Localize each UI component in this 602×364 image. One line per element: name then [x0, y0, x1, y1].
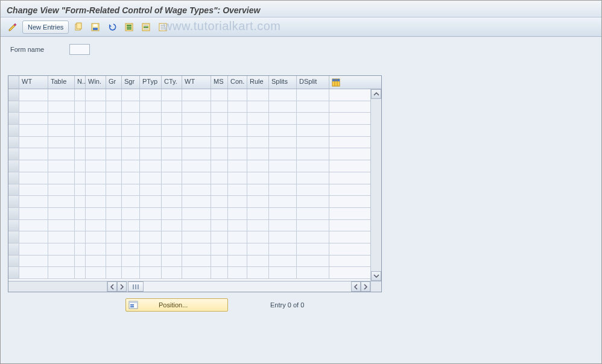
grid-cell[interactable]: [162, 172, 182, 184]
grid-cell[interactable]: [297, 172, 329, 184]
grid-cell[interactable]: [162, 137, 182, 148]
grid-cell[interactable]: [162, 125, 182, 136]
row-selector[interactable]: [8, 220, 19, 231]
grid-cell[interactable]: [211, 160, 228, 172]
grid-cell[interactable]: [269, 160, 297, 172]
grid-cell[interactable]: [75, 267, 86, 278]
grid-cell[interactable]: [75, 196, 86, 207]
grid-cell[interactable]: [297, 113, 329, 124]
row-selector[interactable]: [8, 89, 19, 101]
grid-cell[interactable]: [297, 160, 329, 172]
grid-cell[interactable]: [162, 160, 182, 172]
grid-cell[interactable]: [48, 256, 75, 267]
grid-cell[interactable]: [297, 256, 329, 267]
grid-cell[interactable]: [182, 220, 211, 231]
grid-cell[interactable]: [86, 101, 106, 113]
grid-cell[interactable]: [75, 231, 86, 243]
grid-cell[interactable]: [247, 208, 269, 219]
grid-cell[interactable]: [162, 196, 182, 207]
grid-cell[interactable]: [162, 148, 182, 160]
grid-cell[interactable]: [297, 243, 329, 255]
col-rule[interactable]: Rule: [247, 76, 269, 89]
grid-cell[interactable]: [19, 231, 48, 243]
grid-cell[interactable]: [140, 148, 162, 160]
grid-cell[interactable]: [122, 137, 140, 148]
col-ptyp[interactable]: PTyp: [140, 76, 162, 89]
scroll-up-button[interactable]: [371, 89, 381, 99]
grid-cell[interactable]: [211, 196, 228, 207]
form-name-input[interactable]: [69, 44, 90, 55]
deselect-all-button[interactable]: [156, 20, 170, 34]
grid-cell[interactable]: [297, 196, 329, 207]
grid-cell[interactable]: [162, 220, 182, 231]
grid-cell[interactable]: [86, 184, 106, 196]
grid-cell[interactable]: [297, 220, 329, 231]
grid-cell[interactable]: [106, 196, 122, 207]
grid-cell[interactable]: [269, 148, 297, 160]
grid-cell[interactable]: [106, 137, 122, 148]
grid-cell[interactable]: [48, 267, 75, 278]
grid-cell[interactable]: [75, 220, 86, 231]
grid-cell[interactable]: [48, 243, 75, 255]
grid-cell[interactable]: [106, 267, 122, 278]
grid-cell[interactable]: [140, 113, 162, 124]
grid-cell[interactable]: [228, 184, 247, 196]
col-cty[interactable]: CTy.: [162, 76, 182, 89]
grid-cell[interactable]: [19, 101, 48, 113]
grid-cell[interactable]: [75, 160, 86, 172]
col-table[interactable]: Table: [48, 76, 75, 89]
grid-cell[interactable]: [75, 184, 86, 196]
scroll-down-button[interactable]: [371, 271, 381, 281]
grid-cell[interactable]: [106, 101, 122, 113]
grid-cell[interactable]: [106, 125, 122, 136]
grid-cell[interactable]: [182, 231, 211, 243]
grid-cell[interactable]: [228, 89, 247, 101]
grid-cell[interactable]: [86, 113, 106, 124]
grid-cell[interactable]: [228, 101, 247, 113]
grid-cell[interactable]: [19, 184, 48, 196]
grid-cell[interactable]: [228, 125, 247, 136]
grid-cell[interactable]: [19, 267, 48, 278]
row-selector[interactable]: [8, 160, 19, 172]
grid-cell[interactable]: [211, 243, 228, 255]
grid-cell[interactable]: [122, 231, 140, 243]
grid-cell[interactable]: [48, 220, 75, 231]
grid-cell[interactable]: [182, 113, 211, 124]
grid-cell[interactable]: [269, 267, 297, 278]
grid-cell[interactable]: [211, 231, 228, 243]
grid-cell[interactable]: [19, 89, 48, 101]
grid-cell[interactable]: [297, 208, 329, 219]
grid-cell[interactable]: [247, 89, 269, 101]
grid-cell[interactable]: [269, 89, 297, 101]
grid-vertical-scrollbar[interactable]: [370, 89, 381, 281]
grid-cell[interactable]: [48, 125, 75, 136]
grid-cell[interactable]: [86, 231, 106, 243]
grid-cell[interactable]: [211, 184, 228, 196]
grid-cell[interactable]: [19, 113, 48, 124]
grid-cell[interactable]: [247, 125, 269, 136]
grid-cell[interactable]: [247, 160, 269, 172]
grid-cell[interactable]: [86, 148, 106, 160]
grid-cell[interactable]: [247, 220, 269, 231]
undo-change-button[interactable]: [105, 20, 119, 34]
row-selector[interactable]: [8, 113, 19, 124]
grid-cell[interactable]: [106, 148, 122, 160]
grid-cell[interactable]: [297, 267, 329, 278]
col-ms[interactable]: MS: [211, 76, 228, 89]
col-con[interactable]: Con.: [228, 76, 247, 89]
grid-cell[interactable]: [86, 172, 106, 184]
select-block-button[interactable]: [139, 20, 153, 34]
grid-cell[interactable]: [106, 208, 122, 219]
grid-cell[interactable]: [297, 184, 329, 196]
grid-cell[interactable]: [19, 208, 48, 219]
grid-cell[interactable]: [269, 113, 297, 124]
grid-cell[interactable]: [297, 231, 329, 243]
grid-cell[interactable]: [86, 137, 106, 148]
grid-cell[interactable]: [122, 113, 140, 124]
grid-cell[interactable]: [211, 137, 228, 148]
grid-cell[interactable]: [140, 89, 162, 101]
position-button[interactable]: Position...: [125, 298, 228, 312]
hscroll-track[interactable]: [144, 281, 351, 292]
grid-cell[interactable]: [182, 243, 211, 255]
row-selector[interactable]: [8, 137, 19, 148]
